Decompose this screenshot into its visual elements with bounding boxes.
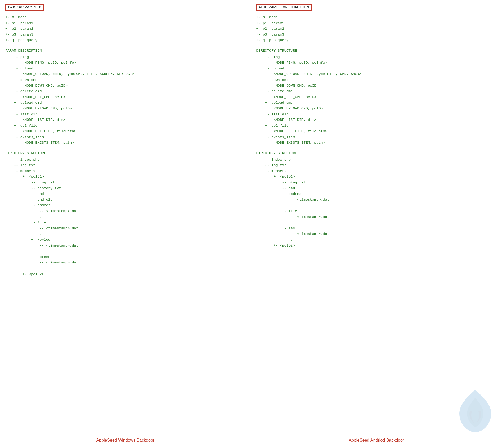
left-param-section: PARAM_DESCRIPTION [5, 48, 246, 54]
right-dir-section: DIRECTORY_STRUCTURE [256, 151, 497, 156]
left-panel: C&C Server 2.0 +- m: mode +- p1: param1 … [0, 0, 251, 448]
right-param-desc: +- ping <MODE_PING, pcID, pcInfo> +- upl… [256, 54, 497, 146]
left-param-desc: +- ping <MODE_PING, pcID, pcInfo> +- upl… [5, 54, 246, 146]
right-title: WEB PART FOR THALLIUM [256, 4, 312, 11]
watermark-icon [454, 387, 496, 435]
left-dir-section: DIRECTORY_STRUCTURE [5, 151, 246, 156]
right-footer: AppleSeed Andriod Backdoor [251, 438, 502, 443]
right-param-section: DIRECTORY_STRUCTURE [256, 48, 497, 54]
right-dir-desc: -- index.php -- log.txt +- members +- <p… [256, 157, 497, 254]
right-panel: WEB PART FOR THALLIUM +- m: mode +- p1: … [251, 0, 502, 448]
right-params: +- m: mode +- p1: param1 +- p2: param2 +… [256, 15, 497, 43]
left-dir-desc: -- index.php -- log.txt +- members +- <p… [5, 157, 246, 277]
left-params: +- m: mode +- p1: param1 +- p2: param2 +… [5, 15, 246, 43]
left-title: C&C Server 2.0 [5, 4, 44, 11]
left-footer: AppleSeed Windows Backdoor [0, 438, 251, 443]
